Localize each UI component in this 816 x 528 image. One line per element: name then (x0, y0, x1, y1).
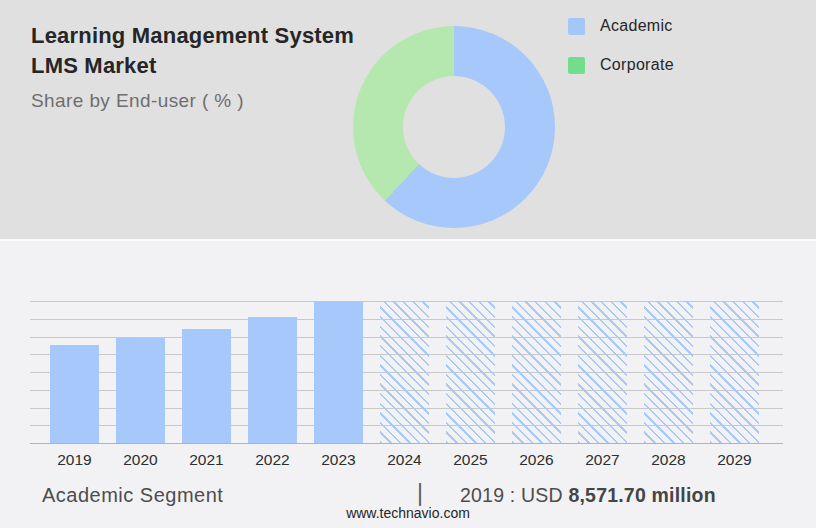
bottom-panel: 2019202020212022202320242025202620272028… (0, 239, 816, 528)
bar-forecast-2028 (644, 301, 693, 443)
x-tick-2019: 2019 (42, 451, 108, 469)
legend-item-academic: Academic (568, 17, 674, 35)
anchor-value-bold: 8,571.70 million (568, 484, 715, 506)
infographic: Learning Management System LMS Market Sh… (0, 0, 816, 528)
segment-label: Academic Segment (42, 484, 223, 507)
legend-item-corporate: Corporate (568, 56, 674, 74)
bar-forecast-2026 (512, 301, 561, 443)
bar-forecast-2027 (578, 301, 627, 443)
top-panel: Learning Management System LMS Market Sh… (0, 0, 816, 239)
x-tick-2027: 2027 (570, 451, 636, 469)
x-tick-2020: 2020 (108, 451, 174, 469)
x-tick-2024: 2024 (372, 451, 438, 469)
anchor-value-prefix: 2019 : USD (460, 484, 563, 506)
donut-hole (403, 76, 505, 178)
x-tick-2021: 2021 (174, 451, 240, 469)
bar-actual-2019 (50, 345, 99, 443)
legend-label-corporate: Corporate (600, 56, 674, 74)
bar-actual-2023 (314, 301, 363, 443)
corporate-swatch-icon (568, 57, 585, 74)
bar-forecast-2029 (710, 301, 759, 443)
website-url: www.technavio.com (0, 505, 816, 521)
page-title-line1: Learning Management System (31, 21, 354, 51)
x-tick-2022: 2022 (240, 451, 306, 469)
x-tick-2025: 2025 (438, 451, 504, 469)
x-tick-2026: 2026 (504, 451, 570, 469)
title-block: Learning Management System LMS Market Sh… (31, 21, 354, 112)
bar-actual-2020 (116, 338, 165, 443)
donut-chart (353, 26, 555, 228)
bar-forecast-2024 (380, 301, 429, 443)
x-axis-line (30, 443, 783, 444)
bar-actual-2022 (248, 317, 297, 443)
x-tick-2029: 2029 (702, 451, 768, 469)
bar-chart: 2019202020212022202320242025202620272028… (30, 301, 783, 443)
academic-swatch-icon (568, 18, 585, 35)
bar-forecast-2025 (446, 301, 495, 443)
x-tick-2028: 2028 (636, 451, 702, 469)
page-title-line2: LMS Market (31, 51, 354, 81)
legend-label-academic: Academic (600, 17, 673, 35)
anchor-value: 2019 : USD 8,571.70 million (460, 484, 716, 507)
footer-separator: | (417, 480, 423, 507)
page-subtitle: Share by End-user ( % ) (31, 90, 354, 112)
donut-legend: Academic Corporate (568, 17, 674, 95)
bar-actual-2021 (182, 329, 231, 443)
x-tick-2023: 2023 (306, 451, 372, 469)
